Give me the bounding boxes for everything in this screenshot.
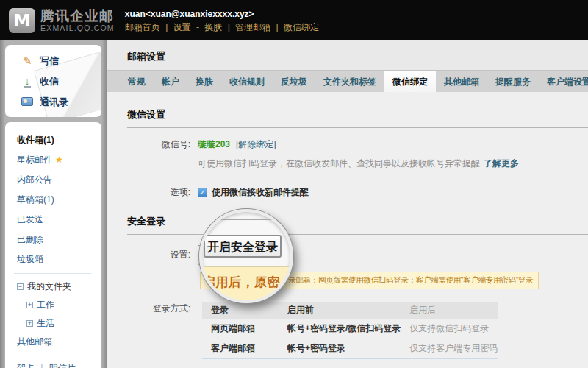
tab-skin[interactable]: 换肤 xyxy=(187,71,221,92)
compose-label: 写信 xyxy=(40,54,59,68)
security-setting-label: 设置: xyxy=(127,249,198,261)
folder-spam[interactable]: 垃圾箱 xyxy=(17,250,101,269)
contacts-icon xyxy=(21,97,33,106)
contacts-label: 通讯录 xyxy=(40,96,68,109)
folder-deleted[interactable]: 已删除 xyxy=(17,230,101,250)
option-row: 选项: 使用微信接收新邮件提醒 xyxy=(127,186,588,199)
nav-manage-mail[interactable]: 管理邮箱 xyxy=(235,22,270,32)
compose-button[interactable]: ✎ 写信 xyxy=(5,51,101,71)
cell-client-after: 仅支持客户端专用密码 xyxy=(401,339,498,358)
login-mode-row: 登录方式: 登录 启用前 启用后 xyxy=(127,302,588,359)
wechat-section-title: 微信设置 xyxy=(127,108,588,121)
folder-life[interactable]: +生活 xyxy=(17,314,101,333)
page-body: ✎ 写信 ↓ 收信 通讯录 收件箱(1) 星标邮件★ 内部公告 草稿箱(1) 已… xyxy=(0,40,588,368)
folder-other-mail[interactable]: 其他邮箱 xyxy=(17,333,101,351)
cell-web-before: 帐号+密码登录/微信扫码登录 xyxy=(279,319,401,339)
tool-postcard[interactable]: 明信片 xyxy=(49,363,76,368)
cell-client-mail: 客户端邮箱 xyxy=(202,339,279,358)
tab-client-settings[interactable]: 客户端设置 xyxy=(539,71,588,92)
expand-icon[interactable]: + xyxy=(26,302,33,308)
nav-settings[interactable]: 设置 xyxy=(173,22,191,32)
folder-inbox[interactable]: 收件箱(1) xyxy=(17,130,101,150)
wechat-id-row: 微信号: 璇璇203 [解除绑定] xyxy=(127,138,588,151)
col-after: 启用后 xyxy=(401,302,498,319)
sidebar-actions-panel: ✎ 写信 ↓ 收信 通讯录 xyxy=(5,45,101,117)
compose-icon: ✎ xyxy=(20,54,35,68)
table-header-row: 登录 启用前 启用后 xyxy=(202,302,498,319)
nav-mail-home[interactable]: 邮箱首页 xyxy=(125,22,160,32)
learn-more-link[interactable]: 了解更多 xyxy=(484,158,519,170)
folder-my-folders[interactable]: −我的文件夹 xyxy=(17,277,101,296)
wechat-notify-checkbox[interactable] xyxy=(198,188,207,197)
cell-client-before: 帐号+密码登录 xyxy=(279,339,401,358)
magnified-enable-button: 开启安全登录 xyxy=(204,235,282,258)
receive-label: 收信 xyxy=(40,75,59,88)
folder-drafts[interactable]: 草稿箱(1) xyxy=(17,190,101,210)
exmail-logo[interactable]: M 腾讯企业邮 EXMAIL.QQ.COM xyxy=(9,8,115,33)
unbind-link[interactable]: [解除绑定] xyxy=(236,138,276,151)
nav-separator: - xyxy=(196,22,199,32)
inbox-icon: ↓ xyxy=(24,77,32,88)
page-title: 邮箱设置 xyxy=(107,40,588,70)
settings-content: 微信设置 微信号: 璇璇203 [解除绑定] 可使用微信扫码登录，在微信收发邮件… xyxy=(107,92,588,368)
settings-tabs: 常规 帐户 换肤 收信规则 反垃圾 文件夹和标签 微信绑定 其他邮箱 提醒服务 … xyxy=(107,70,588,92)
security-section-title: 安全登录 xyxy=(127,215,588,228)
contacts-icon-wrap xyxy=(20,97,35,108)
contacts-button[interactable]: 通讯录 xyxy=(5,92,101,113)
section-divider xyxy=(127,234,588,235)
tab-antispam[interactable]: 反垃圾 xyxy=(273,71,315,92)
wechat-notify-label: 使用微信接收新邮件提醒 xyxy=(212,186,309,199)
login-mode-label: 登录方式: xyxy=(127,302,198,315)
tab-general[interactable]: 常规 xyxy=(120,71,154,92)
receive-button[interactable]: ↓ 收信 xyxy=(5,71,101,92)
table-row: 网页端邮箱 帐号+密码登录/微信扫码登录 仅支持微信扫码登录 xyxy=(202,319,498,339)
tab-mail-rules[interactable]: 收信规则 xyxy=(221,71,273,92)
main: 邮箱设置 常规 帐户 换肤 收信规则 反垃圾 文件夹和标签 微信绑定 其他邮箱 … xyxy=(107,40,588,368)
sidebar: ✎ 写信 ↓ 收信 通讯录 收件箱(1) 星标邮件★ 内部公告 草稿箱(1) 已… xyxy=(0,40,107,368)
user-block: xuan<xuan@xuanxiexxxx.xyz> 邮箱首页 | 设置 - 换… xyxy=(125,7,319,34)
cell-web-after: 仅支持微信扫码登录 xyxy=(401,319,498,339)
tab-reminder[interactable]: 提醒服务 xyxy=(487,71,539,92)
header-nav: 邮箱首页 | 设置 - 换肤 | 管理邮箱 | 微信绑定 xyxy=(125,21,319,34)
nav-separator: | xyxy=(276,22,278,32)
section-divider xyxy=(127,127,588,128)
folder-work[interactable]: +工作 xyxy=(17,296,101,314)
col-login: 登录 xyxy=(202,302,279,319)
sidebar-divider xyxy=(14,355,91,355)
folder-sent[interactable]: 已发送 xyxy=(17,210,101,230)
sidebar-divider xyxy=(14,273,91,274)
logo-text: 腾讯企业邮 EXMAIL.QQ.COM xyxy=(40,9,115,32)
header: M 腾讯企业邮 EXMAIL.QQ.COM xuan<xuan@xuanxiex… xyxy=(0,0,588,40)
magnified-tip-text: 启用后，原密 xyxy=(203,274,280,291)
folder-announcements[interactable]: 内部公告 xyxy=(17,170,101,190)
tab-account[interactable]: 帐户 xyxy=(154,71,187,92)
tab-folders-labels[interactable]: 文件夹和标签 xyxy=(315,71,384,92)
brand-domain: EXMAIL.QQ.COM xyxy=(40,24,115,32)
brand-name: 腾讯企业邮 xyxy=(40,9,115,24)
folder-starred[interactable]: 星标邮件★ xyxy=(17,150,101,170)
inbox-icon-wrap: ↓ xyxy=(20,76,35,88)
app: M 腾讯企业邮 EXMAIL.QQ.COM xuan<xuan@xuanxiex… xyxy=(0,0,588,368)
option-label: 选项: xyxy=(127,186,198,199)
star-icon: ★ xyxy=(55,155,63,165)
magnifier-lens: 开启安全登录 启用后，原密 xyxy=(199,209,293,303)
wechat-desc-row: 可使用微信扫码登录，在微信收发邮件、查找同事以及接收帐号异常提醒 了解更多 xyxy=(127,158,588,170)
tab-other-mail[interactable]: 其他邮箱 xyxy=(436,71,487,92)
tab-wechat-bind[interactable]: 微信绑定 xyxy=(384,71,436,92)
wechat-id-label: 微信号: xyxy=(127,138,198,151)
pair-separator: | xyxy=(40,363,43,368)
wechat-desc: 可使用微信扫码登录，在微信收发邮件、查找同事以及接收帐号异常提醒 xyxy=(198,158,480,170)
login-mode-table: 登录 启用前 启用后 网页端邮箱 帐号+密码登录/微信扫码登录 仅支持微信扫码登… xyxy=(202,302,498,359)
sidebar-folders-panel: 收件箱(1) 星标邮件★ 内部公告 草稿箱(1) 已发送 已删除 垃圾箱 −我的… xyxy=(5,122,101,368)
nav-wechat-bind[interactable]: 微信绑定 xyxy=(284,22,319,32)
tools-cards-row: 贺卡 | 明信片 xyxy=(17,359,101,368)
expand-icon[interactable]: + xyxy=(26,320,33,327)
nav-separator: | xyxy=(165,22,168,32)
exmail-logo-icon: M xyxy=(9,8,35,33)
wechat-id-value: 璇璇203 xyxy=(198,138,230,151)
nav-skin[interactable]: 换肤 xyxy=(204,22,222,32)
security-setting-row: 设置: 开启安全登录 xyxy=(127,245,588,265)
col-before: 启用前 xyxy=(279,302,401,319)
collapse-icon[interactable]: − xyxy=(17,283,24,290)
tool-greeting-card[interactable]: 贺卡 xyxy=(17,363,35,368)
